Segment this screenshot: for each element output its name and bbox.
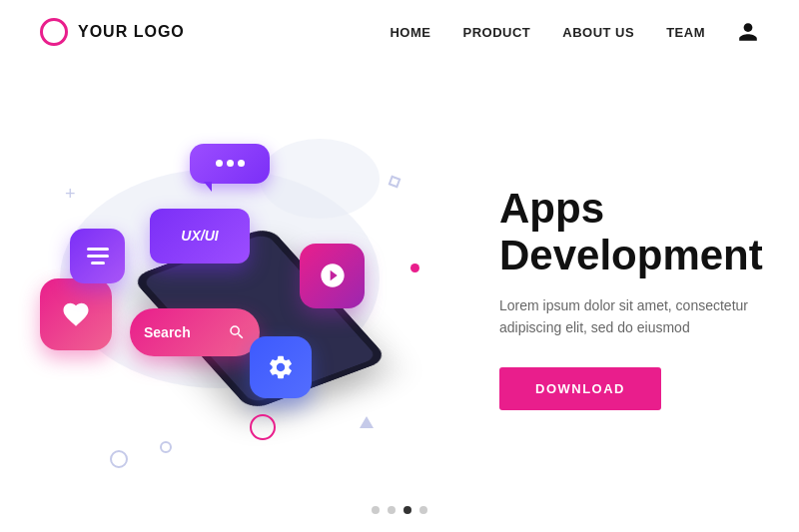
navigation: HOME PRODUCT ABOUT US TEAM (390, 21, 759, 43)
tile-gear (250, 336, 312, 398)
hero-text: Apps Development Lorem ipsum dolor sit a… (479, 186, 799, 409)
logo-ring-icon (40, 18, 68, 46)
deco-square-1 (389, 175, 401, 188)
tile-play (300, 244, 365, 308)
tile-uxui: UX/UI (150, 209, 250, 264)
pagination-dot-0[interactable] (372, 506, 380, 514)
user-icon[interactable] (737, 21, 759, 43)
hero-description: Lorem ipsum dolor sit amet, consectetur … (499, 294, 759, 339)
menu-line-3 (91, 262, 105, 265)
play-icon (319, 262, 347, 289)
deco-circle-sm-2 (160, 441, 172, 453)
menu-line-1 (87, 248, 109, 251)
search-icon (228, 323, 246, 341)
tile-search: Search (130, 308, 260, 356)
deco-triangle-1 (360, 416, 374, 428)
gear-icon (267, 353, 295, 381)
menu-line-2 (87, 255, 109, 258)
nav-item-team[interactable]: TEAM (666, 25, 705, 40)
pagination-dot-1[interactable] (388, 506, 396, 514)
pagination-dots (372, 506, 427, 514)
deco-dot-1 (410, 264, 419, 272)
pagination-dot-2[interactable] (403, 506, 411, 514)
logo-text: YOUR LOGO (78, 23, 185, 41)
deco-plus-1: + (65, 184, 76, 205)
main-content: UX/UI Search + Apps (0, 64, 799, 532)
hero-title: Apps Development (499, 186, 763, 277)
hero-illustration: UX/UI Search + (20, 89, 479, 508)
logo[interactable]: YOUR LOGO (40, 18, 185, 46)
nav-item-home[interactable]: HOME (390, 25, 430, 40)
deco-circle-sm-1 (110, 450, 128, 468)
nav-item-about[interactable]: ABOUT US (562, 25, 634, 40)
pagination-dot-3[interactable] (419, 506, 427, 514)
header: YOUR LOGO HOME PRODUCT ABOUT US TEAM (0, 0, 799, 64)
deco-circle-outline-1 (250, 414, 276, 440)
download-button[interactable]: DOWNLOAD (499, 367, 661, 410)
nav-item-product[interactable]: PRODUCT (462, 25, 530, 40)
tile-menu (70, 229, 125, 283)
tile-heart (40, 278, 112, 350)
